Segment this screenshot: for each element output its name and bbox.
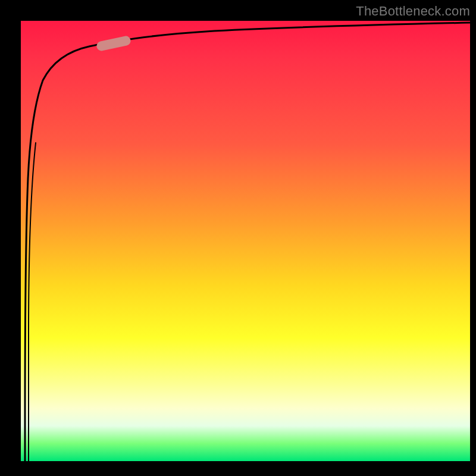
- chart-frame: TheBottleneck.com: [0, 0, 476, 476]
- watermark-text: TheBottleneck.com: [356, 4, 470, 19]
- plot-area: [21, 21, 470, 461]
